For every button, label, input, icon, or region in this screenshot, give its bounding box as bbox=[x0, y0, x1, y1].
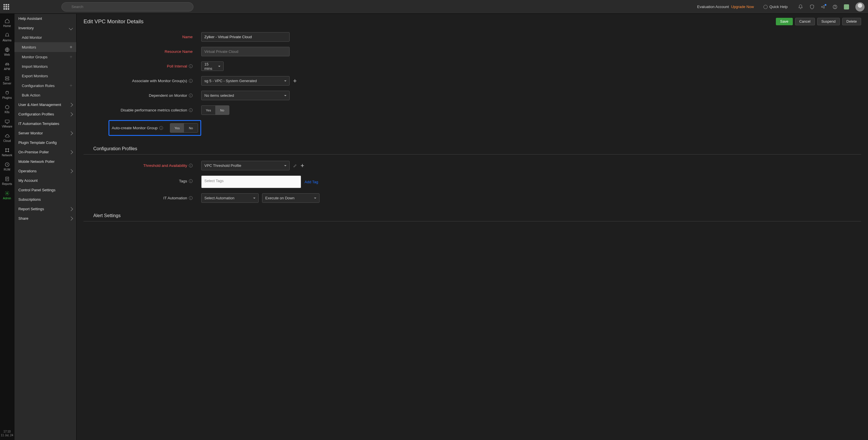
rail-vmware[interactable]: VMware bbox=[0, 117, 14, 130]
sidebar-item-label: Share bbox=[19, 216, 28, 221]
plus-icon[interactable]: + bbox=[70, 55, 72, 59]
avatar[interactable] bbox=[856, 2, 865, 11]
plus-icon[interactable]: + bbox=[70, 45, 72, 50]
help-icon[interactable] bbox=[832, 4, 838, 9]
search-input[interactable] bbox=[61, 2, 193, 11]
sidebar-item-export-monitors[interactable]: Export Monitors bbox=[14, 71, 76, 81]
sidebar-item-subscriptions[interactable]: Subscriptions bbox=[14, 195, 76, 204]
sidebar-item-label: Operations bbox=[19, 169, 37, 173]
it-automation-trigger-select[interactable]: Execute on Down bbox=[262, 193, 319, 203]
rail-cloud[interactable]: Cloud bbox=[0, 131, 14, 144]
chevron-right-icon bbox=[69, 102, 73, 107]
badge-dot bbox=[825, 4, 827, 6]
info-icon[interactable]: i bbox=[189, 196, 193, 200]
sidebar-item-label: Plugin Template Config bbox=[19, 141, 57, 145]
rail-server[interactable]: Server bbox=[0, 74, 14, 87]
sidebar-item-label: Report Settings bbox=[19, 207, 44, 211]
info-icon[interactable]: i bbox=[189, 64, 193, 68]
chevron-right-icon bbox=[69, 131, 73, 135]
sidebar-item-label: Mobile Network Poller bbox=[19, 159, 55, 164]
add-group-button[interactable]: + bbox=[293, 78, 297, 84]
sidebar-item-label: Server Monitor bbox=[19, 131, 43, 135]
rail-network[interactable]: Network bbox=[0, 146, 14, 158]
sidebar-item-my-account[interactable]: My Account bbox=[14, 176, 76, 185]
app-launcher-icon[interactable] bbox=[3, 4, 9, 10]
name-input[interactable] bbox=[201, 32, 290, 42]
rail-clock: 17:10 11 Jul, 24 bbox=[1, 427, 13, 440]
chat-icon[interactable] bbox=[844, 4, 849, 9]
sidebar-item-share[interactable]: Share bbox=[14, 214, 76, 223]
info-icon[interactable]: i bbox=[189, 94, 193, 97]
sidebar-item-on-premise-poller[interactable]: On-Premise Poller bbox=[14, 147, 76, 157]
toggle-no[interactable]: No bbox=[184, 123, 198, 133]
rail-home[interactable]: Home bbox=[0, 17, 14, 29]
sidebar-item-monitor-groups[interactable]: Monitor Groups+ bbox=[14, 52, 76, 62]
tags-label: Tagsi bbox=[84, 175, 201, 183]
sidebar-item-configuration-profiles[interactable]: Configuration Profiles bbox=[14, 110, 76, 119]
rail-k8s[interactable]: K8s bbox=[0, 103, 14, 115]
edit-icon[interactable] bbox=[293, 164, 297, 168]
sidebar-item-label: Import Monitors bbox=[22, 64, 48, 69]
toggle-yes[interactable]: Yes bbox=[202, 106, 215, 115]
tags-input[interactable]: Select Tags bbox=[201, 175, 301, 188]
shield-icon[interactable] bbox=[809, 4, 815, 9]
add-tag-link[interactable]: Add Tag bbox=[305, 180, 318, 184]
sidebar-item-plugin-template-config[interactable]: Plugin Template Config bbox=[14, 138, 76, 147]
sidebar-item-help-assistant[interactable]: Help Assistant bbox=[14, 14, 76, 23]
sidebar-item-label: IT Automation Templates bbox=[19, 121, 59, 126]
quick-help-link[interactable]: Quick Help bbox=[764, 5, 787, 9]
it-automation-select[interactable]: Select Automation bbox=[201, 193, 259, 203]
sidebar-item-inventory[interactable]: Inventory bbox=[14, 23, 76, 33]
cancel-button[interactable]: Cancel bbox=[795, 18, 815, 25]
rail-rum[interactable]: RUM bbox=[0, 160, 14, 173]
announcements-icon[interactable] bbox=[821, 4, 826, 9]
sidebar-item-configuration-rules[interactable]: Configuration Rules+ bbox=[14, 81, 76, 90]
dependent-monitor-select[interactable]: No items selected bbox=[201, 91, 290, 100]
info-icon[interactable]: i bbox=[159, 126, 163, 130]
add-threshold-button[interactable]: + bbox=[301, 163, 304, 169]
rail-alarms[interactable]: Alarms bbox=[0, 31, 14, 43]
info-icon[interactable]: i bbox=[189, 108, 193, 112]
svg-point-6 bbox=[7, 64, 9, 65]
sidebar-item-report-settings[interactable]: Report Settings bbox=[14, 204, 76, 214]
sidebar-item-label: Bulk Action bbox=[22, 93, 40, 97]
sidebar-item-mobile-network-poller[interactable]: Mobile Network Poller bbox=[14, 157, 76, 166]
sidebar-item-add-monitor[interactable]: Add Monitor bbox=[14, 33, 76, 42]
info-icon[interactable]: i bbox=[189, 179, 193, 183]
delete-button[interactable]: Delete bbox=[842, 18, 861, 25]
upgrade-now-link[interactable]: Upgrade Now bbox=[731, 5, 754, 9]
sidebar-item-import-monitors[interactable]: Import Monitors bbox=[14, 62, 76, 71]
rail-apm[interactable]: APM bbox=[0, 60, 14, 72]
sidebar-item-server-monitor[interactable]: Server Monitor bbox=[14, 128, 76, 138]
toggle-no[interactable]: No bbox=[215, 106, 229, 115]
svg-rect-7 bbox=[5, 77, 9, 78]
plus-icon[interactable]: + bbox=[70, 83, 72, 88]
sidebar-item-user-alert-management[interactable]: User & Alert Management bbox=[14, 100, 76, 110]
sidebar-item-bulk-action[interactable]: Bulk Action bbox=[14, 90, 76, 100]
rail-reports[interactable]: Reports bbox=[0, 175, 14, 187]
sidebar-item-monitors[interactable]: Monitors+ bbox=[14, 42, 76, 52]
bulb-icon bbox=[764, 5, 768, 9]
sidebar-item-label: Add Monitor bbox=[22, 35, 42, 40]
toggle-yes[interactable]: Yes bbox=[170, 123, 184, 133]
threshold-select[interactable]: VPC Threshold Profile bbox=[201, 161, 290, 170]
associate-group-select[interactable]: sg 5 - VPC - System Generated bbox=[201, 76, 290, 86]
sidebar-item-label: Export Monitors bbox=[22, 74, 48, 78]
sidebar-item-operations[interactable]: Operations bbox=[14, 166, 76, 176]
sidebar-item-label: Configuration Profiles bbox=[19, 112, 54, 116]
sidebar-item-label: Monitor Groups bbox=[22, 55, 48, 59]
sidebar-item-it-automation-templates[interactable]: IT Automation Templates bbox=[14, 119, 76, 128]
save-button[interactable]: Save bbox=[776, 18, 793, 25]
info-icon[interactable]: i bbox=[189, 164, 193, 168]
disable-metrics-toggle[interactable]: Yes No bbox=[201, 106, 229, 115]
notifications-icon[interactable] bbox=[798, 4, 803, 9]
rail-plugins[interactable]: Plugins bbox=[0, 88, 14, 101]
auto-create-toggle[interactable]: Yes No bbox=[170, 123, 198, 133]
rail-web[interactable]: Web bbox=[0, 46, 14, 58]
sidebar-item-label: Help Assistant bbox=[19, 17, 42, 21]
info-icon[interactable]: i bbox=[189, 79, 193, 83]
poll-interval-select[interactable]: 15 mins bbox=[201, 61, 224, 71]
suspend-button[interactable]: Suspend bbox=[817, 18, 840, 25]
sidebar-item-control-panel-settings[interactable]: Control Panel Settings bbox=[14, 185, 76, 195]
rail-admin[interactable]: Admin bbox=[0, 189, 14, 202]
